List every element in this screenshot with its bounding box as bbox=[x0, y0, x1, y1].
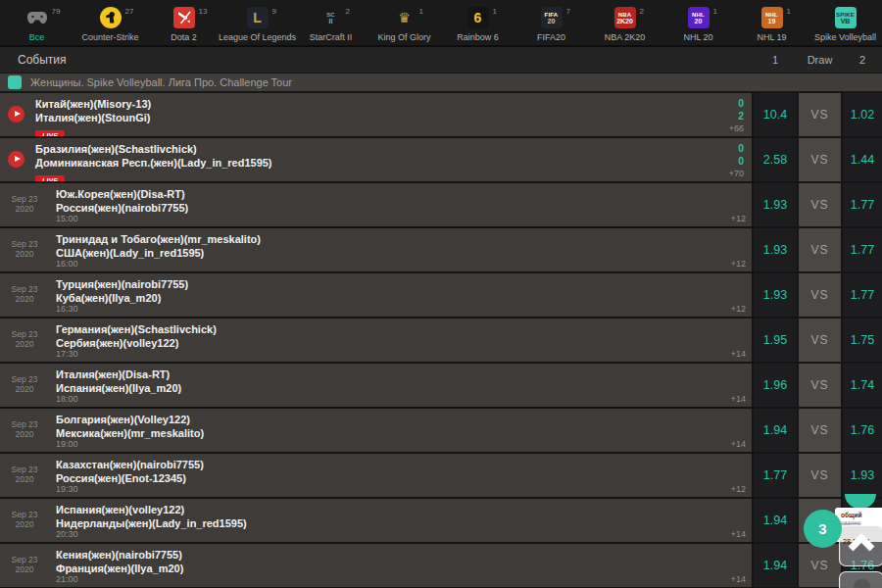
odds-col-2-header: 2 bbox=[843, 54, 882, 66]
nav-item-starcraft-2[interactable]: SCII2StarCraft II bbox=[294, 0, 368, 45]
odds-button-1[interactable]: 1.96 bbox=[754, 364, 797, 407]
event-cell[interactable]: Sep 232020Испания(жен)(volley122)Нидерла… bbox=[0, 499, 752, 542]
chevron-up-icon bbox=[847, 533, 876, 553]
handicap-value: +14 bbox=[731, 349, 746, 359]
team2-name: Нидерланды(жен)(Lady_in_red1595) bbox=[56, 516, 752, 530]
fifa20-glyph-line2: 20 bbox=[548, 18, 556, 24]
starcraft-2-icon: SCII bbox=[320, 7, 342, 28]
score-column: 00+70 bbox=[729, 142, 744, 180]
chat-button[interactable] bbox=[839, 571, 882, 588]
match-date-line1: Sep 23 bbox=[12, 555, 38, 564]
odds-button-1[interactable]: 1.77 bbox=[754, 454, 797, 497]
nav-item-league-of-legends[interactable]: L9League Of Legends bbox=[220, 0, 294, 45]
match-date: Sep 232020 bbox=[0, 329, 49, 349]
nav-item-rainbow-6[interactable]: 61Rainbow 6 bbox=[441, 0, 514, 45]
live-play-button[interactable] bbox=[8, 151, 24, 168]
odds-button-2[interactable]: 1.77 bbox=[843, 183, 882, 226]
nav-item-spike-volleyball[interactable]: SPIKEVBSpike Volleyball bbox=[808, 0, 882, 45]
odds-button-1[interactable]: 1.93 bbox=[754, 183, 797, 226]
odds-button-2[interactable]: 1.02 bbox=[843, 93, 882, 136]
nav-label-starcraft-2: StarCraft II bbox=[310, 32, 353, 42]
league-title: Женщины. Spike Volleyball. Лига Про. Cha… bbox=[30, 76, 292, 88]
live-play-button[interactable] bbox=[8, 106, 24, 122]
odds-button-2[interactable]: 1.77 bbox=[843, 273, 882, 317]
odds-button-1[interactable]: 1.94 bbox=[754, 409, 797, 452]
league-of-legends-glyph: L bbox=[253, 11, 262, 24]
nav-item-all[interactable]: 79Все bbox=[0, 0, 74, 45]
nav-count-nba-2k20: 2 bbox=[640, 7, 644, 16]
nav-label-counter-strike: Counter-Strike bbox=[81, 32, 138, 42]
nav-item-nhl-20[interactable]: NHL201NHL 20 bbox=[662, 0, 735, 45]
betting-app: 79Все27Counter-Strike13Dota 2L9League Of… bbox=[0, 0, 882, 588]
event-cell[interactable]: Sep 232020Юж.Корея(жен)(Disa-RT)Россия(ж… bbox=[0, 183, 752, 226]
odds-button-2[interactable]: 1.44 bbox=[843, 138, 882, 181]
score-column: 02+66 bbox=[729, 97, 744, 135]
odds-button-1[interactable]: 10.4 bbox=[754, 93, 797, 136]
nav-item-nba-2k20[interactable]: NBA2K202NBA 2K20 bbox=[588, 0, 662, 45]
team2-name: США(жен)(Lady_in_red1595) bbox=[56, 246, 752, 260]
event-cell[interactable]: Китай(жен)(Misory-13)Италия(жен)(StounGi… bbox=[0, 93, 752, 136]
match-date-line2: 2020 bbox=[16, 384, 34, 394]
match-date-line2: 2020 bbox=[16, 249, 34, 259]
match-date-line2: 2020 bbox=[16, 474, 34, 484]
match-date: Sep 232020 bbox=[0, 284, 49, 304]
event-cell[interactable]: Sep 232020Болгария(жен)(Volley122)Мексик… bbox=[0, 409, 752, 452]
league-header[interactable]: Женщины. Spike Volleyball. Лига Про. Cha… bbox=[0, 74, 882, 93]
event-cell[interactable]: Sep 232020Тринидад и Тобаго(жен)(mr_mesk… bbox=[0, 228, 752, 271]
event-cell[interactable]: Sep 232020Италия(жен)(Disa-RT)Испания(же… bbox=[0, 364, 752, 407]
sports-nav: 79Все27Counter-Strike13Dota 2L9League Of… bbox=[0, 0, 882, 47]
odds-button-2[interactable]: 1.75 bbox=[843, 318, 882, 362]
odds-button-1[interactable]: 1.93 bbox=[754, 273, 797, 317]
event-cell[interactable]: Sep 232020Казахстан(жен)(nairobi7755)Рос… bbox=[0, 454, 752, 497]
match-date: Sep 232020 bbox=[0, 194, 49, 214]
match-row: Китай(жен)(Misory-13)Италия(жен)(StounGi… bbox=[0, 93, 882, 136]
king-of-glory-icon: ♛ bbox=[394, 7, 416, 28]
event-cell[interactable]: Sep 232020Турция(жен)(nairobi7755)Куба(ж… bbox=[0, 273, 752, 317]
chat-unread-badge[interactable]: 3 bbox=[804, 510, 842, 548]
nav-label-nhl-19: NHL 19 bbox=[757, 32, 786, 42]
odds-button-2[interactable]: 1.93 bbox=[843, 454, 882, 497]
match-date-line2: 2020 bbox=[16, 429, 34, 439]
dota2-icon bbox=[177, 11, 191, 24]
vs-cell: VS bbox=[799, 364, 841, 407]
match-date-line2: 2020 bbox=[16, 294, 34, 304]
nav-label-rainbow-6: Rainbow 6 bbox=[457, 32, 499, 42]
team1-name: Германия(жен)(Schastlivchick) bbox=[56, 322, 752, 336]
team1-name: Болгария(жен)(Volley122) bbox=[56, 413, 752, 426]
team1-name: Кения(жен)(nairobi7755) bbox=[56, 548, 752, 562]
nav-item-king-of-glory[interactable]: ♛1King Of Glory bbox=[368, 0, 441, 45]
odds-button-2[interactable]: 1.77 bbox=[843, 228, 882, 271]
nav-item-counter-strike[interactable]: 27Counter-Strike bbox=[74, 0, 147, 45]
scroll-to-top-button[interactable]: 28.12.18 bbox=[839, 525, 882, 566]
team1-name: Казахстан(жен)(nairobi7755) bbox=[56, 458, 752, 471]
rainbow-6-glyph: 6 bbox=[474, 11, 482, 24]
event-cell[interactable]: Sep 232020Германия(жен)(Schastlivchick)С… bbox=[0, 318, 752, 362]
team1-name: Китай(жен)(Misory-13) bbox=[35, 97, 752, 111]
nhl-20-glyph-line2: 20 bbox=[695, 18, 703, 24]
handicap-value: +12 bbox=[731, 259, 746, 269]
nav-item-nhl-19[interactable]: NHL191NHL 19 bbox=[735, 0, 808, 45]
match-date-line1: Sep 23 bbox=[12, 374, 38, 384]
nav-count-king-of-glory: 1 bbox=[419, 7, 423, 16]
nav-item-fifa20[interactable]: FIFA207FIFA20 bbox=[514, 0, 588, 45]
odds-button-1[interactable]: 1.93 bbox=[754, 228, 797, 271]
odds-button-2[interactable]: 1.76 bbox=[843, 409, 882, 452]
event-cell[interactable]: Бразилия(жен)(Schastlivchick)Доминиканск… bbox=[0, 138, 752, 181]
nav-label-king-of-glory: King Of Glory bbox=[377, 32, 430, 42]
match-date-line2: 2020 bbox=[16, 204, 34, 214]
event-cell[interactable]: Sep 232020Кения(жен)(nairobi7755)Франция… bbox=[0, 544, 752, 587]
all-icon bbox=[26, 7, 48, 28]
odds-button-1[interactable]: 1.95 bbox=[754, 318, 797, 362]
odds-button-1[interactable]: 1.94 bbox=[754, 544, 797, 587]
team1-score: 0 bbox=[729, 97, 744, 110]
match-row: Sep 232020Болгария(жен)(Volley122)Мексик… bbox=[0, 409, 882, 452]
nav-item-dota-2[interactable]: 13Dota 2 bbox=[147, 0, 220, 45]
odds-button-1[interactable]: 2.58 bbox=[754, 138, 797, 181]
odds-button-2[interactable]: 1.74 bbox=[843, 364, 882, 407]
match-time: 21:00 bbox=[56, 574, 78, 584]
match-date-line2: 2020 bbox=[16, 564, 34, 574]
match-date: Sep 232020 bbox=[0, 239, 49, 259]
odds-button-1[interactable]: 1.94 bbox=[754, 499, 797, 542]
handicap-value: +12 bbox=[731, 214, 746, 223]
nav-label-nba-2k20: NBA 2K20 bbox=[605, 32, 646, 42]
